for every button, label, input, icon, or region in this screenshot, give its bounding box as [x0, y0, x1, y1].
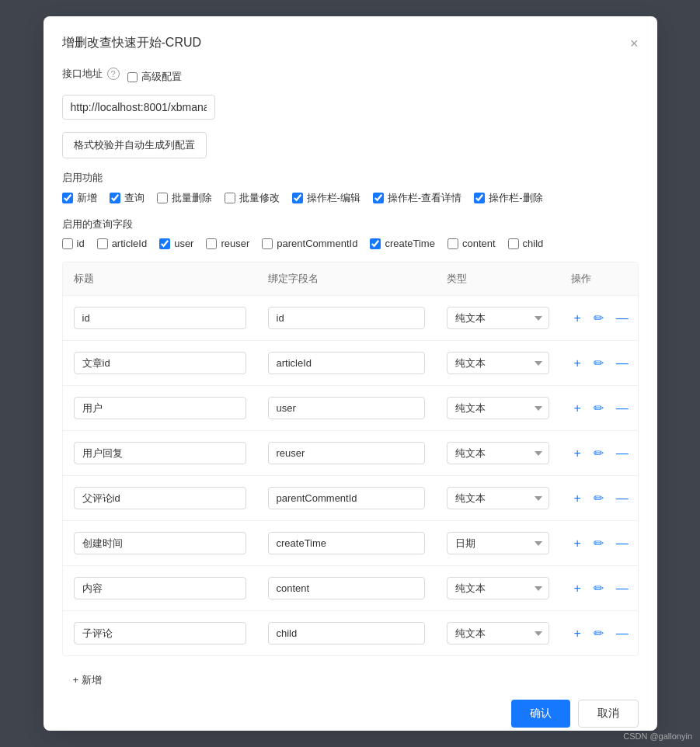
field-input[interactable]	[268, 307, 425, 329]
title-input[interactable]	[74, 352, 246, 374]
table-row: 纯文本日期图片链接 + ✏ —	[63, 476, 638, 521]
delete-row-button[interactable]: —	[613, 625, 632, 642]
field-cell	[257, 439, 436, 467]
api-label: 接口地址 ?	[62, 67, 120, 81]
modal-title: 增删改查快速开始-CRUD	[62, 35, 202, 51]
field-input[interactable]	[268, 577, 425, 599]
delete-row-button[interactable]: —	[613, 580, 632, 597]
field-cell	[257, 619, 436, 648]
title-input[interactable]	[74, 622, 246, 645]
edit-row-button[interactable]: ✏	[590, 399, 607, 417]
add-row-button[interactable]: +	[571, 580, 584, 597]
title-cell	[63, 349, 257, 377]
help-icon[interactable]: ?	[107, 68, 120, 80]
type-select[interactable]: 纯文本日期图片链接	[447, 622, 549, 645]
field-cell	[257, 574, 436, 603]
title-input[interactable]	[74, 442, 246, 464]
type-cell: 纯文本日期图片链接	[436, 529, 560, 558]
feature-操作栏-删除[interactable]: 操作栏-删除	[474, 191, 542, 205]
table-row: 纯文本日期图片链接 + ✏ —	[63, 521, 638, 566]
add-row-button[interactable]: +	[571, 490, 584, 507]
modal-header: 增删改查快速开始-CRUD ×	[62, 35, 639, 51]
confirm-button[interactable]: 确认	[511, 700, 570, 728]
field-input[interactable]	[268, 442, 425, 464]
modal-footer: 确认 取消	[62, 692, 639, 728]
type-select[interactable]: 纯文本日期图片链接	[447, 532, 549, 554]
delete-row-button[interactable]: —	[613, 310, 632, 327]
title-input[interactable]	[74, 532, 246, 554]
action-cell: + ✏ —	[560, 351, 638, 375]
type-cell: 纯文本日期图片链接	[436, 619, 560, 648]
edit-row-button[interactable]: ✏	[590, 579, 607, 597]
field-input[interactable]	[268, 397, 425, 419]
feature-查询[interactable]: 查询	[110, 191, 145, 205]
type-select[interactable]: 纯文本日期图片链接	[447, 487, 549, 509]
type-select[interactable]: 纯文本日期图片链接	[447, 352, 549, 374]
title-cell	[63, 439, 257, 467]
edit-row-button[interactable]: ✏	[590, 309, 607, 327]
add-row-button[interactable]: +	[571, 400, 584, 417]
qf-content[interactable]: content	[448, 238, 496, 249]
feature-批量修改[interactable]: 批量修改	[225, 191, 280, 205]
qf-articleId[interactable]: articleId	[97, 238, 148, 249]
title-input[interactable]	[74, 577, 246, 599]
features-checkboxes: 新增 查询 批量删除 批量修改 操作栏-编辑 操作栏-查看详情	[62, 191, 639, 205]
field-input[interactable]	[268, 622, 425, 645]
add-row-button[interactable]: +	[571, 535, 584, 552]
delete-row-button[interactable]: —	[613, 355, 632, 372]
qf-user[interactable]: user	[159, 238, 193, 249]
delete-row-button[interactable]: —	[613, 400, 632, 417]
edit-row-button[interactable]: ✏	[590, 444, 607, 462]
title-cell	[63, 619, 257, 648]
field-cell	[257, 394, 436, 422]
delete-row-button[interactable]: —	[613, 490, 632, 507]
edit-row-button[interactable]: ✏	[590, 534, 607, 552]
edit-row-button[interactable]: ✏	[590, 354, 607, 372]
title-input[interactable]	[74, 397, 246, 419]
field-cell	[257, 304, 436, 332]
action-cell: + ✏ —	[560, 441, 638, 465]
qf-parentCommentId[interactable]: parentCommentId	[262, 238, 357, 249]
qf-reuser[interactable]: reuser	[206, 238, 249, 249]
type-cell: 纯文本日期图片链接	[436, 439, 560, 467]
edit-row-button[interactable]: ✏	[590, 624, 607, 642]
feature-操作栏-编辑[interactable]: 操作栏-编辑	[292, 191, 360, 205]
type-select[interactable]: 纯文本日期图片链接	[447, 307, 549, 329]
qf-id[interactable]: id	[62, 238, 85, 249]
title-input[interactable]	[74, 487, 246, 509]
cancel-button[interactable]: 取消	[578, 700, 639, 728]
action-cell: + ✏ —	[560, 486, 638, 510]
delete-row-button[interactable]: —	[613, 445, 632, 462]
type-select[interactable]: 纯文本日期图片链接	[447, 577, 549, 599]
add-row-button[interactable]: +	[571, 355, 584, 372]
qf-child[interactable]: child	[508, 238, 544, 249]
feature-操作栏-查看详情[interactable]: 操作栏-查看详情	[373, 191, 461, 205]
add-column-button[interactable]: + 新增	[62, 669, 113, 692]
query-fields-checkboxes: id articleId user reuser parentCommentId…	[62, 238, 639, 249]
qf-createTime[interactable]: createTime	[370, 238, 435, 249]
type-select[interactable]: 纯文本日期图片链接	[447, 397, 549, 419]
feature-新增[interactable]: 新增	[62, 191, 97, 205]
edit-row-button[interactable]: ✏	[590, 489, 607, 507]
add-row-button[interactable]: +	[571, 310, 584, 327]
col-header-title: 标题	[63, 262, 257, 295]
advanced-config-input[interactable]	[127, 72, 138, 82]
validate-button[interactable]: 格式校验并自动生成列配置	[62, 132, 207, 158]
api-url-input[interactable]	[62, 95, 215, 120]
api-url-row: 接口地址 ? 高级配置	[62, 67, 639, 87]
action-cell: + ✏ —	[560, 531, 638, 555]
type-select[interactable]: 纯文本日期图片链接	[447, 442, 549, 464]
title-cell	[63, 394, 257, 422]
feature-批量删除[interactable]: 批量删除	[157, 191, 212, 205]
field-input[interactable]	[268, 352, 425, 374]
delete-row-button[interactable]: —	[613, 535, 632, 552]
add-row-button[interactable]: +	[571, 445, 584, 462]
field-cell	[257, 529, 436, 558]
add-row-button[interactable]: +	[571, 625, 584, 642]
title-cell	[63, 304, 257, 332]
close-button[interactable]: ×	[630, 36, 639, 50]
field-input[interactable]	[268, 532, 425, 554]
advanced-config-checkbox[interactable]: 高级配置	[127, 70, 182, 84]
title-input[interactable]	[74, 307, 246, 329]
field-input[interactable]	[268, 487, 425, 509]
